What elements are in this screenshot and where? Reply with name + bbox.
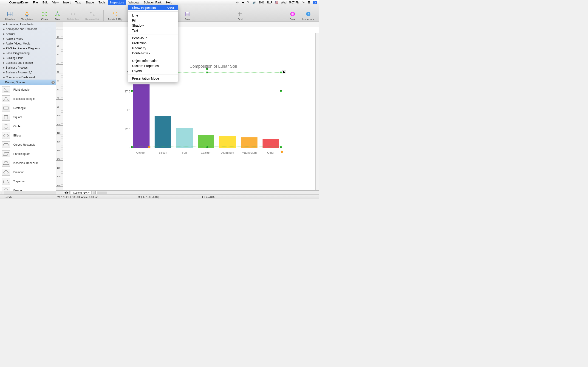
resize-handle[interactable]	[280, 146, 282, 148]
resize-handle[interactable]	[206, 146, 208, 148]
category-item[interactable]: ▶Business Process 2,0	[0, 70, 56, 75]
control-handle[interactable]	[280, 150, 284, 153]
menu-help[interactable]: Help	[164, 0, 174, 5]
category-item[interactable]: ▶Business and Finance	[0, 60, 56, 65]
menu-window[interactable]: Window	[126, 0, 141, 5]
shape-swatch	[2, 95, 10, 102]
toolbar-label: Delete link	[67, 18, 79, 21]
dropdown-item-behaviour[interactable]: Behaviour	[128, 35, 178, 41]
zoom-slider[interactable]	[93, 192, 107, 194]
canvas[interactable]: Composition of Lunar Soil Rrlative conce…	[63, 27, 319, 190]
dropdown-item-double-click[interactable]: Double-Click	[128, 51, 178, 56]
vertical-scrollbar[interactable]	[315, 33, 319, 190]
wifi-icon[interactable]	[247, 1, 250, 4]
app-name[interactable]: ConceptDraw	[7, 1, 31, 4]
category-label: Basic Diagramming	[6, 52, 30, 55]
rotate-handle[interactable]	[206, 68, 208, 70]
dropdown-item-line[interactable]: Line	[128, 13, 178, 18]
dropdown-item-fill[interactable]: Fill	[128, 18, 178, 23]
menu-text[interactable]: Text	[73, 0, 83, 5]
shape-item[interactable]: Isosceles Trapezium	[0, 158, 56, 168]
menu-insert[interactable]: Insert	[61, 0, 73, 5]
battery-icon[interactable]	[267, 1, 272, 4]
menu-edit[interactable]: Edit	[40, 0, 50, 5]
svg-rect-33	[238, 12, 242, 16]
resize-handle[interactable]	[280, 90, 282, 92]
category-item[interactable]: ▶Audio & Video	[0, 36, 56, 41]
chart-bar[interactable]	[219, 136, 236, 148]
svg-rect-31	[186, 12, 189, 14]
menu-shape[interactable]: Shape	[83, 0, 96, 5]
menu-file[interactable]: File	[31, 0, 40, 5]
menu-view[interactable]: View	[50, 0, 61, 5]
menu-tools[interactable]: Tools	[96, 0, 108, 5]
toolbar-delete-link: Delete link	[64, 11, 82, 21]
resize-handle[interactable]	[131, 90, 133, 92]
toolbar-tree[interactable]: Tree	[51, 11, 64, 21]
category-item[interactable]: ▶Building Plans	[0, 56, 56, 60]
shape-item[interactable]: Curved Rectangle	[0, 140, 56, 149]
resize-handle[interactable]	[206, 72, 208, 73]
dropdown-item-show-inspectors[interactable]: Show Inspectors⌥⌘I	[128, 5, 178, 10]
resize-handle[interactable]	[131, 146, 133, 148]
dropdown-item-text[interactable]: Text	[128, 28, 178, 33]
zoom-selector[interactable]: Custom 76% ▾	[71, 191, 92, 194]
flag-icon[interactable]: 🇺🇸	[275, 1, 278, 4]
category-item[interactable]: ▶Aerospace and Transport	[0, 27, 56, 31]
dropdown-item-object-information[interactable]: Object Information	[128, 58, 178, 63]
bluetooth-icon[interactable]: ⧓	[242, 1, 244, 4]
dropdown-item-protection[interactable]: Protection	[128, 41, 178, 46]
notification-icon[interactable]: ⇲	[313, 1, 317, 4]
dropdown-item-presentation-mode[interactable]: Presentation Mode	[128, 76, 178, 81]
shape-item[interactable]: Rectangle	[0, 103, 56, 113]
dropdown-item-geometry[interactable]: Geometry	[128, 46, 178, 51]
chart-bar[interactable]	[155, 116, 171, 148]
page-prev-button[interactable]: ◀	[63, 191, 66, 194]
toolbar-inspectors[interactable]: iInspectors	[299, 11, 317, 21]
shape-item[interactable]: Ellipse	[0, 131, 56, 140]
toolbar-rotate-flip[interactable]: Rotate & Flip	[104, 11, 126, 21]
menu-icon[interactable]: ☰	[308, 1, 310, 4]
toolbar-color[interactable]: Color	[286, 11, 299, 21]
category-item[interactable]: ▶Artwork	[0, 31, 56, 36]
dropdown-item-custom-properties[interactable]: Custom Properties	[128, 63, 178, 68]
dropdown-item-shadow[interactable]: Shadow	[128, 23, 178, 28]
shortcut: ⌥⌘I	[166, 6, 174, 10]
shape-item[interactable]: Parallelogram	[0, 149, 56, 158]
category-selected[interactable]: Drawing Shapes ✕	[0, 80, 56, 85]
dropdown-item-layers[interactable]: Layers	[128, 68, 178, 73]
toolbar-libraries[interactable]: Libraries	[2, 11, 18, 21]
category-item[interactable]: ▶Business Process	[0, 65, 56, 70]
sidebar-collapse-button[interactable]: ‖	[0, 191, 4, 194]
shape-item[interactable]: Diamond	[0, 168, 56, 177]
resize-handle[interactable]	[280, 72, 282, 73]
category-item[interactable]: ▶Accounting Flowcharts	[0, 22, 56, 27]
dropdown-label: Show Inspectors	[132, 6, 156, 10]
menu-solution-park[interactable]: Solution Park	[141, 0, 164, 5]
volume-icon[interactable]: 🔊	[252, 1, 256, 4]
category-item[interactable]: ▶Audio, Video, Media	[0, 41, 56, 46]
category-item[interactable]: ▶Basic Diagramming	[0, 51, 56, 56]
page-next-button[interactable]: ▶	[66, 191, 69, 194]
category-item[interactable]: ▶AWS Architecture Diagrams	[0, 46, 56, 51]
toolbar-chain[interactable]: Chain	[38, 11, 51, 21]
sync-icon[interactable]: ⟳	[236, 1, 239, 4]
dropdown-label: Custom Properties	[132, 64, 159, 68]
zoom-slider-thumb[interactable]	[95, 191, 97, 194]
toolbar-grid[interactable]: Grid	[233, 11, 246, 21]
shape-item[interactable]: Circle	[0, 122, 56, 131]
shape-item[interactable]: Right triangle	[0, 85, 56, 94]
toolbar-templates[interactable]: Templates	[18, 11, 36, 21]
close-icon[interactable]: ✕	[52, 81, 55, 84]
menu-inspectors[interactable]: Inspectors	[108, 0, 126, 5]
smart-action-button[interactable]: ▶	[282, 70, 286, 73]
shape-swatch	[2, 132, 10, 139]
shape-item[interactable]: Trapezium	[0, 177, 56, 186]
category-item[interactable]: ▶Comparison Dashboard	[0, 75, 56, 80]
shape-item[interactable]: Square	[0, 113, 56, 122]
shape-item[interactable]: Polygon	[0, 186, 56, 191]
shape-item[interactable]: Isosceles triangle	[0, 94, 56, 103]
spotlight-icon[interactable]	[302, 1, 305, 4]
toolbar-save[interactable]: Save	[181, 11, 194, 21]
chart-bar[interactable]	[176, 128, 193, 148]
